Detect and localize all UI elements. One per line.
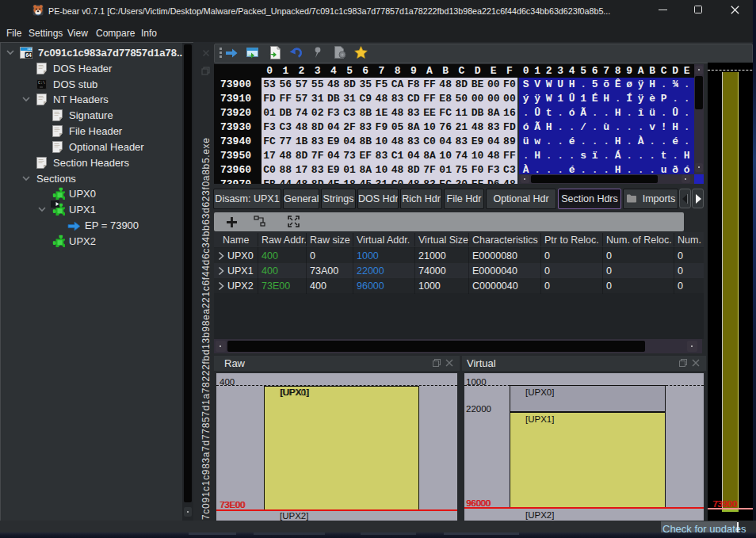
svg-text:64: 64 [25, 52, 32, 58]
svg-text:C:\: C:\ [38, 81, 45, 86]
